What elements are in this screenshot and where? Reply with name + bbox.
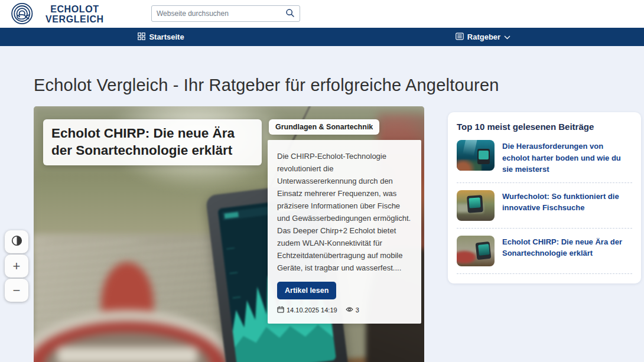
list-item[interactable]: Die Herausforderungen von echolot harter… [457, 140, 632, 175]
grid-icon [138, 32, 145, 42]
category-badge: Grundlagen & Sonartechnik [269, 119, 379, 135]
hero-excerpt-panel: Die CHIRP-Echolot-Technologie revolution… [268, 140, 421, 324]
brand-name: ECHOLOT VERGLEICH [45, 5, 104, 25]
search-icon [285, 8, 295, 19]
contrast-toggle-button[interactable] [5, 230, 28, 253]
nav-item-label: Ratgeber [467, 32, 500, 41]
nav-item-label: Startseite [149, 32, 184, 41]
zoom-in-button[interactable]: + [5, 255, 28, 278]
widget-title: Top 10 meist gelesenen Beiträge [457, 122, 632, 132]
calendar-icon [277, 306, 284, 314]
search-button[interactable] [285, 8, 300, 19]
publish-date: 14.10.2025 14:19 [277, 306, 337, 314]
view-count: 3 [346, 306, 359, 314]
divider [457, 182, 632, 183]
page-title: Echolot Vergleich - Ihr Ratgeber für erf… [34, 76, 499, 95]
featured-article-card: Echolot CHIRP: Die neue Ära der Sonartec… [34, 106, 424, 362]
divider [457, 228, 632, 229]
accessibility-toolbar: + − [5, 230, 28, 302]
article-thumbnail[interactable] [457, 236, 495, 266]
list-item[interactable]: Echolot CHIRP: Die neue Ära der Sonartec… [457, 236, 632, 266]
article-link[interactable]: Die Herausforderungen von echolot harter… [502, 140, 632, 175]
chevron-down-icon [504, 32, 510, 41]
article-link[interactable]: Wurfecholot: So funktioniert die innovat… [502, 190, 632, 214]
site-search [151, 5, 300, 22]
list-item[interactable]: Wurfecholot: So funktioniert die innovat… [457, 190, 632, 221]
article-link[interactable]: Echolot CHIRP: Die neue Ära der Sonartec… [502, 236, 632, 259]
nav-item-ratgeber[interactable]: Ratgeber [456, 32, 510, 42]
main-navbar: Startseite Ratgeber [0, 28, 644, 46]
article-thumbnail[interactable] [457, 140, 495, 171]
search-input[interactable] [152, 9, 285, 18]
hero-excerpt-text: Die CHIRP-Echolot-Technologie revolution… [277, 150, 412, 274]
article-icon [456, 32, 464, 42]
eye-icon [346, 306, 353, 314]
divider [457, 273, 632, 274]
zoom-out-button[interactable]: − [5, 279, 28, 302]
site-logo[interactable]: ECHOLOT VERGLEICH [9, 2, 104, 28]
article-thumbnail[interactable] [457, 190, 495, 221]
read-article-button[interactable]: Artikel lesen [277, 282, 336, 299]
hero-article-title[interactable]: Echolot CHIRP: Die neue Ära der Sonartec… [43, 119, 262, 165]
site-header: ECHOLOT VERGLEICH [0, 0, 644, 28]
sonar-fish-logo-icon [9, 2, 40, 28]
hero-meta-row: 14.10.2025 14:19 3 [277, 306, 359, 314]
contrast-icon [11, 234, 22, 250]
boat-photo-element [34, 262, 237, 362]
nav-item-startseite[interactable]: Startseite [138, 32, 184, 42]
top-articles-widget: Top 10 meist gelesenen Beiträge Die Hera… [448, 112, 641, 283]
